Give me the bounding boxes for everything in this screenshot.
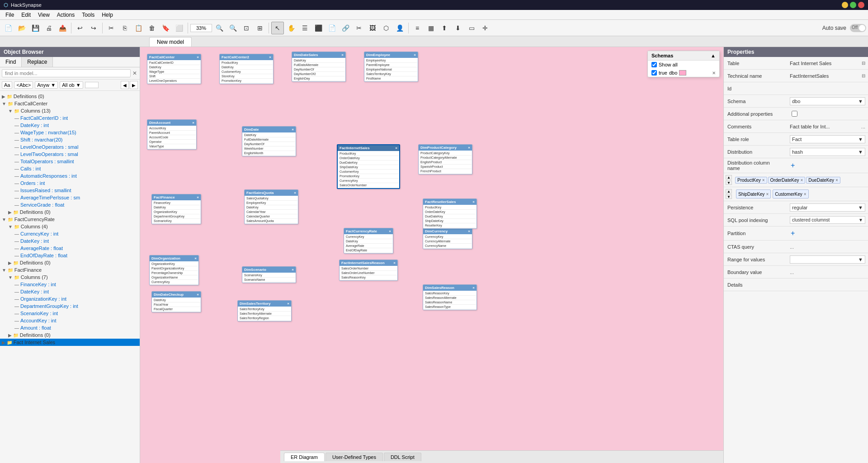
table-row[interactable]: ScenarioKey <box>243 273 295 278</box>
tree-item[interactable]: — OrganizationKey : int <box>0 295 140 302</box>
table-row[interactable]: ParentEmployee <box>365 63 417 67</box>
grid-button[interactable]: ▦ <box>425 22 437 34</box>
table-row[interactable]: EnglishDay <box>292 76 345 81</box>
prop-sqlindex-dropdown[interactable]: clustered columnst ▼ <box>790 216 865 224</box>
diagram-table[interactable]: DimOrganization×OrganizationKeyParentOrg… <box>149 255 199 285</box>
table-row[interactable]: PromotionKey <box>338 174 399 179</box>
cut-button[interactable]: ✂ <box>105 22 118 34</box>
table-row[interactable]: DateKey <box>152 298 200 302</box>
cut-link-button[interactable]: ✂ <box>353 22 365 34</box>
diagram-table[interactable]: FactFinance×FinanceKeyDateKeyOrganizatio… <box>151 194 201 224</box>
menu-view[interactable]: View <box>34 11 53 19</box>
table-close[interactable]: × <box>395 146 397 150</box>
table-row[interactable]: CalendarYear <box>245 210 297 214</box>
table-row[interactable]: Operator <box>148 140 196 144</box>
table-row[interactable]: DayNumberOf <box>243 142 295 146</box>
dbo-schema-close[interactable]: ✕ <box>712 71 716 76</box>
tree-item[interactable]: — AccountKey : int <box>0 317 140 324</box>
diagram-table[interactable]: FactCallCenter2×ProductKeyDateKeyCustome… <box>219 54 274 84</box>
table-row[interactable]: SalesReasonType <box>424 305 476 309</box>
menu-file[interactable]: File <box>2 11 18 19</box>
tree-item[interactable]: — Shift : nvarchar(20) <box>0 136 140 143</box>
tree-item[interactable]: — AverageTimePerIssue : sm <box>0 194 140 201</box>
table-row[interactable]: LevelOneOperators <box>148 79 200 83</box>
table-row[interactable]: ParentOrganizationKey <box>150 266 198 271</box>
table-row[interactable]: SpanishProduct <box>419 165 472 169</box>
tree-item[interactable]: ▶ 📁Definitions (0) <box>0 331 140 339</box>
table-row[interactable]: DateKey <box>220 65 273 70</box>
export-button[interactable]: 📤 <box>56 22 69 34</box>
table-row[interactable]: DateKey <box>245 205 297 210</box>
table-row[interactable]: OrganizationName <box>150 275 198 280</box>
tag-orderdatekey[interactable]: OrderDateKey × <box>768 177 806 184</box>
tree-item[interactable]: ▼ 📁Columns (13) <box>0 107 140 114</box>
table-close[interactable]: × <box>393 261 396 265</box>
table-row[interactable]: DateKey <box>152 205 200 210</box>
show-all-checkbox[interactable] <box>651 62 657 67</box>
diagram-table[interactable]: DimScenario×ScenarioKeyScenarioName <box>242 266 296 283</box>
table-row[interactable]: SalesReasonAlternate <box>424 296 476 300</box>
person-button[interactable]: 👤 <box>393 22 406 34</box>
table-row[interactable]: CurrencyKey <box>424 235 472 239</box>
prop-distribution-dropdown[interactable]: hash ▼ <box>790 148 865 156</box>
prop-techname-copy[interactable]: ⊟ <box>862 73 865 78</box>
new-button[interactable]: 📄 <box>2 22 14 34</box>
copy-button[interactable]: ⎘ <box>118 22 131 34</box>
prop-additional-checkbox[interactable] <box>792 111 797 117</box>
tag-customerkey[interactable]: CustomerKey × <box>773 189 808 198</box>
tree-item[interactable]: — Orders : int <box>0 180 140 187</box>
table-close[interactable]: × <box>287 302 289 306</box>
tree-item[interactable]: — FinanceKey : int <box>0 281 140 288</box>
table-row[interactable]: OrderDateKey <box>424 210 476 214</box>
ob-opt-allob[interactable]: All ob ▼ <box>60 81 83 89</box>
tag-productkey-remove[interactable]: × <box>762 178 765 183</box>
diagram-table[interactable]: DimDateSales×DateKeyFullDateAlternateDay… <box>292 52 346 82</box>
table-row[interactable]: SalesOrderLineNumber <box>340 271 397 275</box>
node-button[interactable]: ⬛ <box>312 22 325 34</box>
table-close[interactable]: × <box>294 191 296 195</box>
table-row[interactable]: SalesReasonKey <box>340 275 397 280</box>
zoom-select-button[interactable]: ⊞ <box>254 22 266 34</box>
tree-item[interactable]: — ServiceGrade : float <box>0 201 140 208</box>
prop-ctas-dots[interactable]: ... <box>790 244 794 250</box>
tag-customerkey-remove[interactable]: × <box>804 192 807 197</box>
close-button[interactable] <box>858 2 864 8</box>
table-row[interactable]: FiscalQuarter <box>152 307 200 312</box>
prop-persistence-dropdown[interactable]: regular ▼ <box>790 203 865 212</box>
doc-button[interactable]: 📄 <box>326 22 338 34</box>
diagram-table[interactable]: DimDateCheckup×DateKeyFiscalYearFiscalQu… <box>151 291 201 312</box>
table-row[interactable]: DateKey <box>292 58 345 63</box>
prop-partition-add[interactable]: + <box>791 229 795 237</box>
align-button[interactable]: ☰ <box>298 22 311 34</box>
prop-tablerole-dropdown[interactable]: Fact ▼ <box>790 135 865 143</box>
tree-item[interactable]: — DateKey : int <box>0 237 140 245</box>
panel-button[interactable]: ▭ <box>465 22 478 34</box>
ob-search-clear[interactable]: ✕ <box>132 69 138 77</box>
ob-tab-find[interactable]: Find <box>0 57 22 67</box>
table-row[interactable]: DueDateKey <box>424 214 476 219</box>
zoom-out-button[interactable]: 🔍 <box>226 22 239 34</box>
tree-item[interactable]: — TotalOperators : smallint <box>0 158 140 165</box>
table-row[interactable]: AccountKey <box>148 126 196 131</box>
table-row[interactable]: EnglishMonth <box>243 151 295 156</box>
tag-productkey[interactable]: ProductKey × <box>735 177 767 184</box>
table-row[interactable]: SalesTerritoryRegion <box>238 316 291 321</box>
table-row[interactable]: AccountCode <box>148 135 196 140</box>
table-row[interactable]: OrderDateKey <box>338 156 399 161</box>
tree-item[interactable]: — DateKey : int <box>0 288 140 295</box>
table-row[interactable]: SalesOrderNumber <box>338 183 399 188</box>
table-row[interactable]: AverageRate <box>344 244 392 248</box>
tree-item[interactable]: — IssuesRaised : smallint <box>0 187 140 194</box>
ob-nav-prev[interactable]: ◀ <box>121 81 129 89</box>
tree-item[interactable]: — ScenarioKey : int <box>0 310 140 317</box>
diagram-table[interactable]: DimSalesTerritory×SalesTerritoryKeySales… <box>237 300 292 321</box>
plus-button[interactable]: ✛ <box>479 22 491 34</box>
tree-item[interactable]: — DepartmentGroupKey : int <box>0 302 140 310</box>
tree-item[interactable]: — Calls : int <box>0 165 140 172</box>
table-row[interactable]: DateKey <box>243 133 295 137</box>
table-row[interactable]: SalesTerritoryKey <box>238 307 291 312</box>
diagram-table[interactable]: FactResellerSales×ProductKeyOrderDateKey… <box>423 198 477 229</box>
table-row[interactable]: EmployeeNational <box>365 67 417 72</box>
diagram-table[interactable]: FactInternetSales×ProductKeyOrderDateKey… <box>337 144 400 189</box>
diagram-table[interactable]: DimDate×DateKeyFullDateAlternateDayNumbe… <box>242 126 296 156</box>
